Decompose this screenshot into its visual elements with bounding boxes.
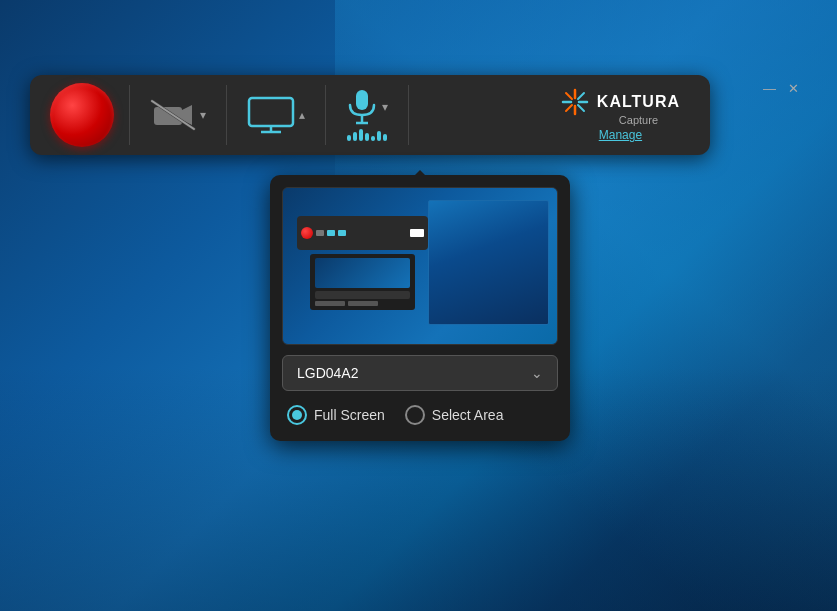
svg-rect-0 — [154, 107, 182, 125]
mini-record-btn — [301, 227, 313, 239]
monitor-select-chevron: ⌄ — [531, 365, 543, 381]
mini-select-bar — [315, 291, 409, 299]
full-screen-radio[interactable] — [287, 405, 307, 425]
mini-monitor — [327, 230, 335, 236]
manage-link[interactable]: Manage — [599, 128, 642, 142]
monitor-select-dropdown[interactable]: LGD04A2 ⌄ — [282, 355, 558, 391]
kaltura-subtitle: Capture — [619, 114, 658, 126]
monitor-select-value: LGD04A2 — [297, 365, 358, 381]
camera-chevron: ▾ — [200, 108, 206, 122]
mic-section[interactable]: ▾ — [331, 89, 403, 141]
divider-4 — [408, 85, 409, 145]
divider-2 — [226, 85, 227, 145]
camera-icon — [150, 99, 196, 131]
kaltura-name: KALTURA — [597, 93, 680, 111]
kaltura-brand: KALTURA Capture Manage — [541, 88, 700, 142]
mini-cam — [316, 230, 324, 236]
mic-level-bars — [347, 129, 387, 141]
mini-mic — [338, 230, 346, 236]
preview-window — [428, 200, 549, 325]
svg-line-17 — [566, 105, 572, 111]
svg-rect-7 — [356, 90, 368, 110]
divider-1 — [129, 85, 130, 145]
mini-preview-inner — [315, 258, 409, 288]
full-screen-label: Full Screen — [314, 407, 385, 423]
close-button[interactable]: ✕ — [788, 82, 799, 95]
monitor-section[interactable]: ▴ — [232, 96, 320, 134]
mini-brand — [410, 229, 424, 237]
main-toolbar: ▾ ▴ ▾ — [30, 75, 710, 155]
select-area-radio[interactable] — [405, 405, 425, 425]
preview-desktop-bg — [283, 188, 557, 344]
full-screen-option[interactable]: Full Screen — [287, 405, 385, 425]
svg-line-16 — [578, 93, 584, 99]
mini-dropdown — [310, 254, 414, 310]
mini-options — [315, 301, 409, 306]
svg-line-15 — [578, 105, 584, 111]
camera-section[interactable]: ▾ — [135, 99, 221, 131]
screen-dropdown-panel: LGD04A2 ⌄ Full Screen Select Area — [270, 175, 570, 441]
mic-icon — [346, 89, 378, 125]
select-area-label: Select Area — [432, 407, 504, 423]
capture-mode-options: Full Screen Select Area — [282, 401, 558, 429]
screen-preview — [282, 187, 558, 345]
mini-opt-2 — [348, 301, 378, 306]
mini-toolbar — [297, 216, 429, 250]
minimize-button[interactable]: — — [763, 82, 776, 95]
select-area-option[interactable]: Select Area — [405, 405, 504, 425]
record-button[interactable] — [50, 83, 114, 147]
monitor-icon — [247, 96, 295, 134]
divider-3 — [325, 85, 326, 145]
kaltura-logo-icon — [561, 88, 589, 116]
svg-rect-4 — [249, 98, 293, 126]
monitor-chevron: ▴ — [299, 108, 305, 122]
mini-opt-1 — [315, 301, 345, 306]
mic-chevron: ▾ — [382, 100, 388, 114]
svg-line-14 — [566, 93, 572, 99]
window-controls: — ✕ — [763, 82, 799, 95]
